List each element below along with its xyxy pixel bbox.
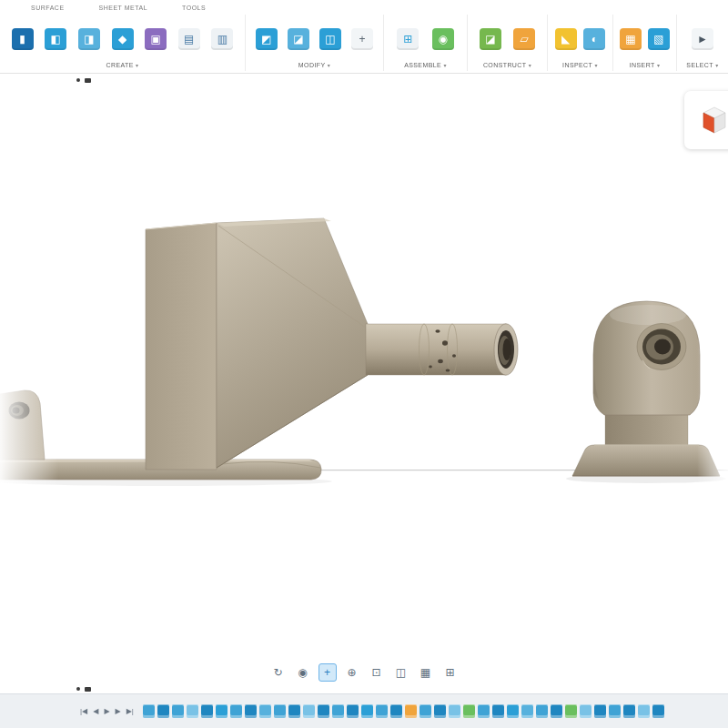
- timeline-feature-plane[interactable]: [405, 704, 417, 718]
- model-mount-part[interactable]: [572, 301, 720, 476]
- timeline-feature-hole[interactable]: [507, 704, 519, 718]
- select-menu-label[interactable]: SELECT ▾: [677, 62, 728, 68]
- timeline-feature-fillet[interactable]: [303, 704, 315, 718]
- timeline-feature-fillet[interactable]: [580, 704, 592, 718]
- create-menu-label[interactable]: CREATE ▾: [0, 62, 245, 68]
- pan-icon[interactable]: +: [318, 663, 337, 682]
- tool-icon-glyph: ►: [697, 33, 708, 46]
- fit-view-icon[interactable]: ⊡: [368, 663, 386, 682]
- timeline-feature-mirror[interactable]: [521, 704, 533, 718]
- section-analysis-icon[interactable]: ◐: [583, 28, 605, 50]
- timeline-go-end-button[interactable]: ▶|: [126, 707, 134, 715]
- timeline-feature-extrude[interactable]: [652, 704, 664, 718]
- tool-icon-glyph: ◩: [261, 33, 271, 46]
- ribbon-group-create: ▮◧◨◆▣▤▥ CREATE ▾: [0, 15, 246, 71]
- timeline-feature-chamfer[interactable]: [318, 704, 329, 718]
- timeline-feature-sketch[interactable]: [536, 704, 548, 718]
- timeline-feature-extrude[interactable]: [551, 704, 562, 718]
- new-component-icon[interactable]: ⊞: [397, 28, 419, 50]
- timeline-feature-sketch[interactable]: [609, 704, 621, 718]
- timeline-feature-fillet[interactable]: [449, 704, 460, 718]
- timeline-feature-sketch[interactable]: [230, 704, 242, 718]
- fillet-icon[interactable]: ◪: [288, 28, 309, 50]
- timeline-feature-joint[interactable]: [565, 704, 577, 718]
- construct-menu-label[interactable]: CONSTRUCT ▾: [468, 62, 547, 68]
- grid-settings-icon[interactable]: ▦: [417, 663, 435, 682]
- timeline-feature-extrude[interactable]: [390, 704, 402, 718]
- timeline-feature-sketch[interactable]: [143, 704, 155, 718]
- timeline-feature-fillet[interactable]: [638, 704, 650, 718]
- timeline-feature-joint[interactable]: [463, 704, 475, 718]
- timeline-feature-sketch[interactable]: [274, 704, 286, 718]
- timeline-go-start-button[interactable]: |◀: [80, 707, 87, 715]
- create-cylinder-icon[interactable]: ◧: [45, 28, 66, 50]
- new-solid-icon[interactable]: ▮: [12, 28, 34, 50]
- create-sketch-icon[interactable]: ▤: [178, 28, 200, 50]
- timeline-feature-sketch[interactable]: [478, 704, 490, 718]
- timeline-feature-extrude[interactable]: [594, 704, 606, 718]
- timeline-feature-extrude[interactable]: [623, 704, 635, 718]
- timeline-feature-extrude[interactable]: [492, 704, 504, 718]
- joint-icon[interactable]: ◉: [432, 28, 454, 50]
- timeline-feature-mirror[interactable]: [259, 704, 271, 718]
- select-icon[interactable]: ►: [692, 28, 713, 50]
- timeline-step-back-button[interactable]: ◀: [93, 707, 98, 715]
- orbit-icon[interactable]: ↻: [269, 663, 288, 682]
- timeline-feature-extrude[interactable]: [347, 704, 359, 718]
- model-main-part[interactable]: [0, 218, 518, 480]
- assemble-menu-label[interactable]: ASSEMBLE ▾: [384, 62, 467, 68]
- timeline-feature-extrude[interactable]: [288, 704, 300, 718]
- tool-icon-glyph: ▤: [184, 33, 194, 46]
- chevron-down-icon: ▾: [529, 63, 531, 68]
- tool-icon-glyph: ◫: [325, 33, 335, 46]
- timeline-feature-extrude[interactable]: [157, 704, 169, 718]
- create-box-icon[interactable]: ◨: [78, 28, 100, 50]
- chevron-down-icon: ▾: [657, 63, 660, 68]
- create-derive-icon[interactable]: ▥: [211, 28, 233, 50]
- tab-sheet-metal[interactable]: SHEET METAL: [99, 5, 147, 11]
- ribbon-group-inspect: ◣◐ INSPECT ▾: [548, 15, 613, 71]
- inspect-menu-label[interactable]: INSPECT ▾: [548, 62, 612, 68]
- zoom-icon[interactable]: ⊕: [343, 663, 361, 682]
- timeline-feature-sketch[interactable]: [376, 704, 388, 718]
- tool-icon-glyph: ◆: [118, 33, 126, 46]
- timeline-feature-sketch[interactable]: [420, 704, 431, 718]
- tab-surface[interactable]: SURFACE: [31, 5, 65, 11]
- construct-axis-icon[interactable]: ▱: [513, 28, 535, 50]
- insert-mesh-icon[interactable]: ▦: [620, 28, 642, 50]
- move-copy-icon[interactable]: +: [351, 28, 373, 50]
- timeline-step-forward-button[interactable]: ▶: [116, 707, 121, 715]
- display-settings-icon[interactable]: ◫: [392, 663, 410, 682]
- create-form-icon[interactable]: ▣: [145, 28, 167, 50]
- view-cube[interactable]: [684, 91, 728, 149]
- press-pull-icon[interactable]: ◩: [256, 28, 278, 50]
- modify-menu-label[interactable]: MODIFY ▾: [246, 62, 383, 68]
- timeline-feature-extrude[interactable]: [434, 704, 446, 718]
- measure-icon[interactable]: ◣: [555, 28, 577, 50]
- timeline-feature-hole[interactable]: [361, 704, 373, 718]
- construct-plane-icon[interactable]: ◪: [480, 28, 501, 50]
- tool-icon-glyph: ◨: [84, 33, 94, 46]
- insert-svg-icon[interactable]: ▧: [648, 28, 670, 50]
- nav-icon-glyph: ◉: [298, 666, 307, 679]
- timeline-feature-sketch[interactable]: [332, 704, 344, 718]
- viewports-icon[interactable]: ⊞: [441, 663, 460, 682]
- create-sweep-icon[interactable]: ◆: [112, 28, 134, 50]
- timeline-play-button[interactable]: ▶: [104, 707, 109, 715]
- timeline-track: [143, 704, 721, 718]
- timeline-feature-extrude[interactable]: [245, 704, 257, 718]
- timeline-feature-hole[interactable]: [216, 704, 228, 718]
- timeline-feature-extrude[interactable]: [201, 704, 213, 718]
- insert-menu-label[interactable]: INSERT ▾: [613, 62, 676, 68]
- viewport-canvas[interactable]: [0, 0, 728, 728]
- look-at-icon[interactable]: ◉: [294, 663, 312, 682]
- shell-icon[interactable]: ◫: [319, 28, 341, 50]
- browser-expand-handle[interactable]: [76, 77, 91, 83]
- tab-tools[interactable]: TOOLS: [182, 5, 206, 11]
- tool-icon-glyph: +: [359, 33, 365, 46]
- timeline-feature-sketch[interactable]: [172, 704, 184, 718]
- timeline-feature-fillet[interactable]: [187, 704, 198, 718]
- nav-icon-glyph: ⊕: [347, 666, 356, 679]
- timeline-expand-handle[interactable]: [76, 686, 91, 692]
- tool-icon-glyph: ⊞: [403, 33, 412, 46]
